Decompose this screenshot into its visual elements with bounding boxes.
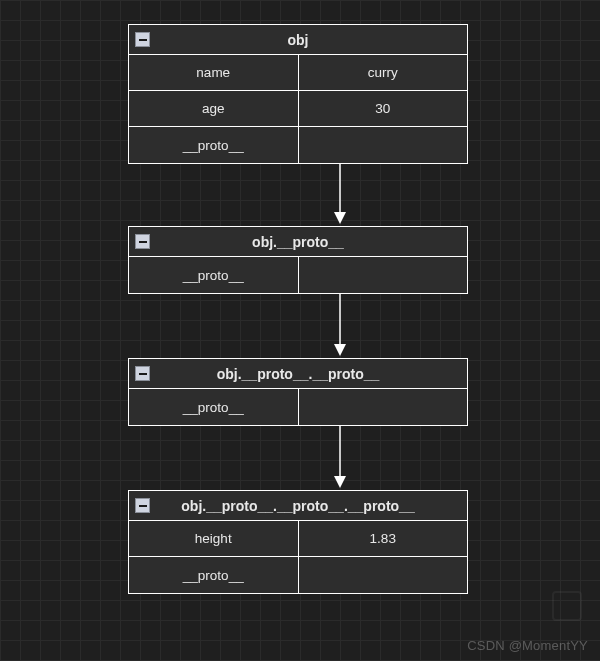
collapse-icon[interactable] [135,498,150,513]
box-header: obj.__proto__.__proto__.__proto__ [129,491,467,521]
prop-key: age [129,91,299,126]
box-header: obj.__proto__ [129,227,467,257]
prop-val [299,389,468,425]
diagram-stage: obj name curry age 30 __proto__ obj.__pr… [0,0,600,661]
object-box-proto1: obj.__proto__ __proto__ [128,226,468,294]
collapse-icon[interactable] [135,32,150,47]
prop-key: __proto__ [129,257,299,293]
box-title: obj.__proto__ [252,234,344,250]
box-title: obj.__proto__.__proto__.__proto__ [181,498,414,514]
prop-val [299,257,468,293]
box-title: obj [288,32,309,48]
prop-key: height [129,521,299,556]
prop-val [299,557,468,593]
watermark-text: CSDN @MomentYY [467,638,588,653]
faint-watermark-icon [552,591,582,621]
table-row: name curry [129,55,467,91]
table-row: __proto__ [129,257,467,293]
table-row: height 1.83 [129,521,467,557]
table-row: __proto__ [129,557,467,593]
prop-val: 1.83 [299,521,468,556]
object-box-proto3: obj.__proto__.__proto__.__proto__ height… [128,490,468,594]
table-row: __proto__ [129,127,467,163]
table-row: __proto__ [129,389,467,425]
prop-val [299,127,468,163]
collapse-icon[interactable] [135,366,150,381]
prop-key: name [129,55,299,90]
box-header: obj [129,25,467,55]
prop-key: __proto__ [129,557,299,593]
box-title: obj.__proto__.__proto__ [217,366,380,382]
object-box-proto2: obj.__proto__.__proto__ __proto__ [128,358,468,426]
collapse-icon[interactable] [135,234,150,249]
prop-val: 30 [299,91,468,126]
object-box-obj: obj name curry age 30 __proto__ [128,24,468,164]
box-header: obj.__proto__.__proto__ [129,359,467,389]
prop-val: curry [299,55,468,90]
prop-key: __proto__ [129,389,299,425]
prop-key: __proto__ [129,127,299,163]
table-row: age 30 [129,91,467,127]
